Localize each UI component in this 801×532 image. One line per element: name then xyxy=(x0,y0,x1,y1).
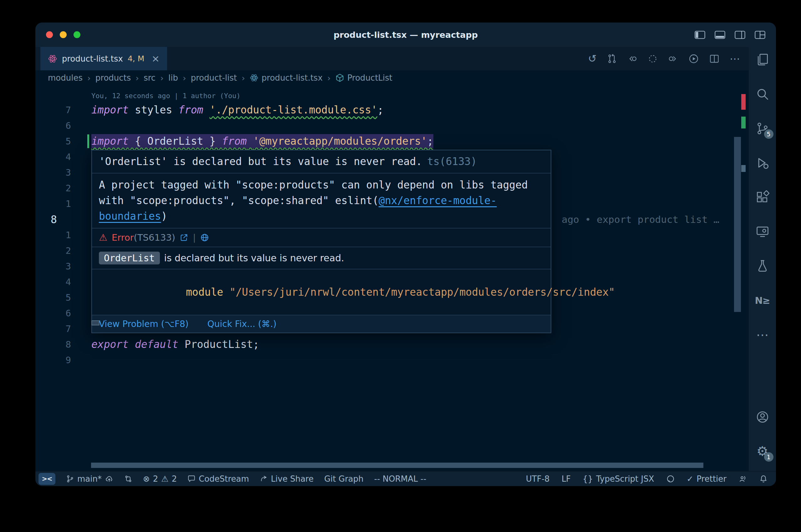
error-count-icon: ⊗ xyxy=(143,475,150,483)
window-body: product-list.tsx 4, M × ↺ xyxy=(35,47,776,471)
globe-icon[interactable] xyxy=(200,233,209,242)
line-number: 3 xyxy=(35,261,71,272)
breadcrumb-item-modules[interactable]: modules xyxy=(48,73,83,82)
customize-layout-icon[interactable] xyxy=(755,31,765,39)
run-debug-icon[interactable] xyxy=(755,156,770,170)
desktop-background: product-list.tsx — myreactapp xyxy=(0,0,801,532)
module-keyword: module xyxy=(186,286,223,298)
toggle-panel-icon[interactable] xyxy=(715,31,725,39)
breadcrumb-file[interactable]: product-list.tsx xyxy=(250,73,323,82)
warning-count: 2 xyxy=(172,474,177,483)
explorer-icon[interactable] xyxy=(755,53,770,67)
liveshare-share-icon xyxy=(260,475,268,483)
hover-actions: View Problem (⌥F8) Quick Fix... (⌘.) xyxy=(92,316,551,332)
check-icon: ✓ xyxy=(687,474,694,483)
notifications-item[interactable] xyxy=(759,474,768,483)
codestream-bubble-icon xyxy=(187,475,196,483)
code-line[interactable]: 6 xyxy=(35,118,749,133)
language-mode-item[interactable]: {} TypeScript JSX xyxy=(583,474,654,483)
git-change-bar xyxy=(87,134,89,148)
remote-indicator[interactable]: >< xyxy=(38,473,55,485)
breadcrumb-item-src[interactable]: src xyxy=(144,73,156,82)
status-bar-right: UTF-8 LF {} TypeScript JSX ✓ Prettier xyxy=(526,474,776,483)
minimize-window-button[interactable] xyxy=(60,31,67,38)
hover-diagnostic-message: 'OrderList' is declared but its value is… xyxy=(99,155,422,168)
liveshare-item[interactable]: Live Share xyxy=(260,474,313,483)
open-external-icon[interactable] xyxy=(180,233,188,242)
github-item[interactable] xyxy=(666,474,675,483)
code-line[interactable]: 5import { OrderList } from '@myreactapp/… xyxy=(35,133,749,149)
zoom-window-button[interactable] xyxy=(74,31,80,38)
code-token: ProductList xyxy=(185,338,253,350)
settings-gear-icon[interactable]: ⚙ 1 xyxy=(755,444,770,459)
code-line[interactable]: 9 xyxy=(35,352,749,368)
breadcrumb-item-product-list[interactable]: product-list xyxy=(191,73,237,82)
breadcrumb-item-products[interactable]: products xyxy=(95,73,131,82)
run-file-icon[interactable] xyxy=(688,54,699,64)
git-graph-item[interactable]: Git Graph xyxy=(324,474,364,483)
pull-request-icon[interactable] xyxy=(607,54,617,64)
testing-flask-icon[interactable] xyxy=(755,259,770,273)
line-number: 6 xyxy=(35,308,71,319)
code-line[interactable]: 8export default ProductList; xyxy=(35,337,749,352)
line-number: 3 xyxy=(35,167,71,178)
line-number: 7 xyxy=(35,105,71,115)
breadcrumb-separator: › xyxy=(160,73,164,83)
code-token xyxy=(247,135,253,147)
more-views-icon[interactable]: ⋯ xyxy=(755,327,770,342)
split-editor-icon[interactable] xyxy=(709,54,719,64)
hover-resize-grip[interactable] xyxy=(91,320,99,325)
more-actions-icon[interactable]: ⋯ xyxy=(730,54,740,64)
history-icon[interactable]: ↺ xyxy=(588,54,597,64)
activity-bar: 5 N≥ ⋯ xyxy=(749,47,776,471)
line-number: 2 xyxy=(35,245,71,256)
codestream-label: CodeStream xyxy=(199,474,249,483)
codestream-item[interactable]: CodeStream xyxy=(187,474,249,483)
tab-product-list[interactable]: product-list.tsx 4, M × xyxy=(40,47,167,70)
prettier-item[interactable]: ✓ Prettier xyxy=(687,474,727,483)
react-file-icon xyxy=(48,54,57,63)
nx-console-icon[interactable]: N≥ xyxy=(755,293,770,308)
code-token: ; xyxy=(427,135,433,147)
line-number: 7 xyxy=(35,324,71,334)
module-path: "/Users/juri/nrwl/content/myreactapp/mod… xyxy=(229,286,615,298)
breadcrumb-separator: › xyxy=(87,73,91,83)
vertical-scrollbar[interactable] xyxy=(734,137,741,312)
record-circle-icon[interactable] xyxy=(648,54,658,64)
quick-fix-button[interactable]: Quick Fix... (⌘.) xyxy=(207,319,277,329)
breadcrumb-symbol[interactable]: ProductList xyxy=(335,73,393,82)
remote-explorer-icon[interactable] xyxy=(755,224,770,239)
overview-ruler-change-mark xyxy=(741,117,746,129)
code-token: from xyxy=(178,104,209,116)
code-line[interactable]: 7import styles from './product-list.modu… xyxy=(35,102,749,118)
search-icon[interactable] xyxy=(755,87,770,101)
source-control-icon[interactable]: 5 xyxy=(755,121,770,136)
eol-item[interactable]: LF xyxy=(562,474,571,483)
symbol-chip: OrderList xyxy=(99,252,160,264)
step-back-icon[interactable] xyxy=(627,54,637,64)
close-window-button[interactable] xyxy=(46,31,53,38)
settings-badge: 1 xyxy=(764,452,773,462)
accounts-icon[interactable] xyxy=(755,410,770,424)
source-control-badge: 5 xyxy=(764,129,773,139)
breadcrumb-item-lib[interactable]: lib xyxy=(168,73,178,82)
git-graph-label: Git Graph xyxy=(324,474,364,483)
git-branch-item[interactable]: main* xyxy=(66,474,113,483)
step-forward-icon[interactable] xyxy=(668,54,678,64)
horizontal-scrollbar[interactable] xyxy=(91,462,703,468)
view-problem-button[interactable]: View Problem (⌥F8) xyxy=(99,319,189,329)
git-compare-item[interactable] xyxy=(124,475,132,483)
encoding-item[interactable]: UTF-8 xyxy=(526,474,550,483)
codelens-blame[interactable]: You, 12 seconds ago | 1 author (You) xyxy=(91,89,749,102)
hover-chip-row: OrderList is declared but its value is n… xyxy=(92,247,551,269)
toggle-secondary-sidebar-icon[interactable] xyxy=(735,31,745,39)
vim-mode-item[interactable]: -- NORMAL -- xyxy=(374,474,426,483)
toggle-primary-sidebar-icon[interactable] xyxy=(695,31,705,39)
problems-item[interactable]: ⊗ 2 ⚠ 2 xyxy=(143,474,177,483)
code-token: default xyxy=(135,338,185,350)
tab-close-icon[interactable]: × xyxy=(151,54,160,63)
editor[interactable]: You, 12 seconds ago | 1 author (You) 7im… xyxy=(35,86,749,471)
presence-item[interactable] xyxy=(739,474,747,483)
extensions-icon[interactable] xyxy=(755,190,770,205)
overview-ruler-error-mark xyxy=(741,94,746,110)
